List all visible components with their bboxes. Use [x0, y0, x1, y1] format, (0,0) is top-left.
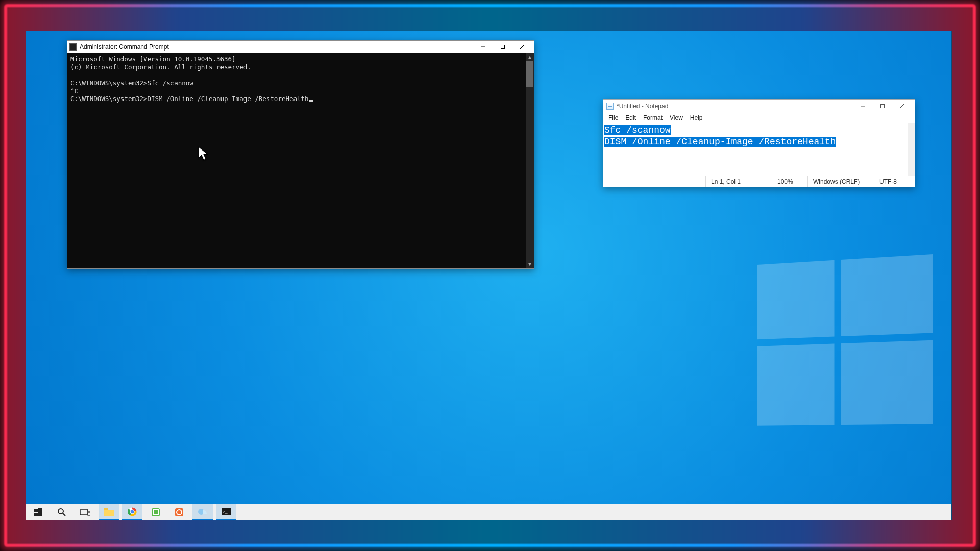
- svg-rect-9: [38, 508, 42, 512]
- search-icon: [57, 508, 66, 517]
- maximize-button[interactable]: [493, 41, 512, 53]
- notepad-window-title: *Untitled - Notepad: [617, 103, 853, 110]
- scroll-thumb[interactable]: [526, 61, 533, 87]
- minimize-button[interactable]: [474, 41, 493, 53]
- scroll-up-icon[interactable]: ▲: [526, 53, 534, 61]
- cmd-line: C:\WINDOWS\system32>Sfc /scannow: [70, 79, 193, 87]
- command-prompt-window[interactable]: Administrator: Command Prompt Microsoft …: [67, 40, 534, 269]
- menu-format[interactable]: Format: [640, 113, 666, 122]
- svg-point-18: [128, 507, 137, 516]
- svg-text:>_: >_: [223, 509, 228, 514]
- svg-point-20: [130, 510, 134, 514]
- minimize-button[interactable]: [853, 101, 873, 112]
- blue-app-button[interactable]: [192, 504, 213, 520]
- task-view-icon: [80, 509, 90, 516]
- menu-edit[interactable]: Edit: [622, 113, 639, 122]
- close-button[interactable]: [892, 101, 912, 112]
- notepad-text-area[interactable]: Sfc /scannow DISM /Online /Cleanup-Image…: [603, 123, 915, 176]
- svg-point-12: [58, 509, 63, 514]
- chrome-icon: [128, 507, 137, 516]
- svg-rect-21: [152, 508, 160, 516]
- svg-rect-16: [88, 513, 90, 515]
- svg-rect-14: [80, 510, 87, 515]
- status-encoding: UTF-8: [874, 176, 915, 187]
- notepad-menubar[interactable]: File Edit Format View Help: [603, 112, 915, 123]
- cmd-line: Microsoft Windows [Version 10.0.19045.36…: [70, 55, 236, 63]
- svg-rect-23: [175, 508, 183, 516]
- blue-app-icon: [198, 508, 208, 516]
- svg-point-19: [130, 510, 134, 514]
- file-explorer-button[interactable]: [99, 504, 119, 520]
- status-ln-col: Ln 1, Col 1: [705, 176, 772, 187]
- notepad-window[interactable]: *Untitled - Notepad File Edit Format Vie…: [603, 99, 915, 187]
- cmd-taskbar-button[interactable]: >_: [216, 504, 236, 520]
- svg-rect-15: [88, 509, 90, 511]
- notepad-titlebar[interactable]: *Untitled - Notepad: [603, 100, 915, 112]
- scroll-down-icon[interactable]: ▼: [526, 260, 534, 268]
- task-view-button[interactable]: [75, 504, 95, 520]
- svg-rect-5: [881, 104, 885, 108]
- cmd-window-title: Administrator: Command Prompt: [80, 43, 474, 51]
- cmd-terminal-area[interactable]: Microsoft Windows [Version 10.0.19045.36…: [67, 53, 534, 268]
- close-button[interactable]: [512, 41, 532, 53]
- svg-rect-26: [222, 508, 231, 515]
- cmd-line: (c) Microsoft Corporation. All rights re…: [70, 63, 251, 71]
- cmd-line: C:\WINDOWS\system32>DISM /Online /Cleanu…: [70, 95, 309, 103]
- cmd-app-icon: [69, 43, 77, 51]
- svg-point-25: [198, 509, 204, 515]
- windows-logo-watermark: [757, 254, 931, 423]
- svg-rect-10: [34, 513, 38, 516]
- cmd-line: ^C: [70, 87, 78, 95]
- taskbar[interactable]: >_: [26, 504, 951, 520]
- svg-rect-17: [104, 508, 108, 510]
- chrome-button[interactable]: [122, 504, 142, 520]
- svg-rect-8: [34, 509, 38, 512]
- svg-rect-22: [153, 510, 158, 515]
- desktop[interactable]: Administrator: Command Prompt Microsoft …: [26, 31, 952, 520]
- status-zoom: 100%: [772, 176, 807, 187]
- cmd-icon: >_: [222, 508, 231, 515]
- green-app-button[interactable]: [145, 504, 166, 520]
- start-icon: [34, 508, 42, 516]
- file-explorer-icon: [104, 508, 114, 516]
- maximize-button[interactable]: [873, 101, 892, 112]
- menu-file[interactable]: File: [605, 113, 621, 122]
- orange-app-icon: [175, 508, 184, 517]
- svg-rect-11: [38, 512, 42, 516]
- notepad-line: Sfc /scannow: [604, 125, 671, 135]
- svg-point-24: [177, 510, 182, 515]
- menu-help[interactable]: Help: [687, 113, 706, 122]
- menu-view[interactable]: View: [667, 113, 686, 122]
- notepad-statusbar: Ln 1, Col 1 100% Windows (CRLF) UTF-8: [603, 176, 915, 187]
- green-app-icon: [151, 508, 160, 517]
- orange-app-button[interactable]: [169, 504, 189, 520]
- svg-rect-1: [501, 45, 505, 48]
- svg-line-13: [63, 513, 65, 516]
- text-cursor: [309, 100, 313, 102]
- notepad-line: DISM /Online /Cleanup-Image /RestoreHeal…: [604, 137, 836, 147]
- search-button[interactable]: [52, 504, 72, 520]
- status-eol: Windows (CRLF): [807, 176, 874, 187]
- cmd-titlebar[interactable]: Administrator: Command Prompt: [67, 41, 534, 53]
- scrollbar[interactable]: ▲ ▼: [526, 53, 534, 268]
- start-button[interactable]: [28, 504, 48, 520]
- notepad-app-icon: [606, 103, 614, 110]
